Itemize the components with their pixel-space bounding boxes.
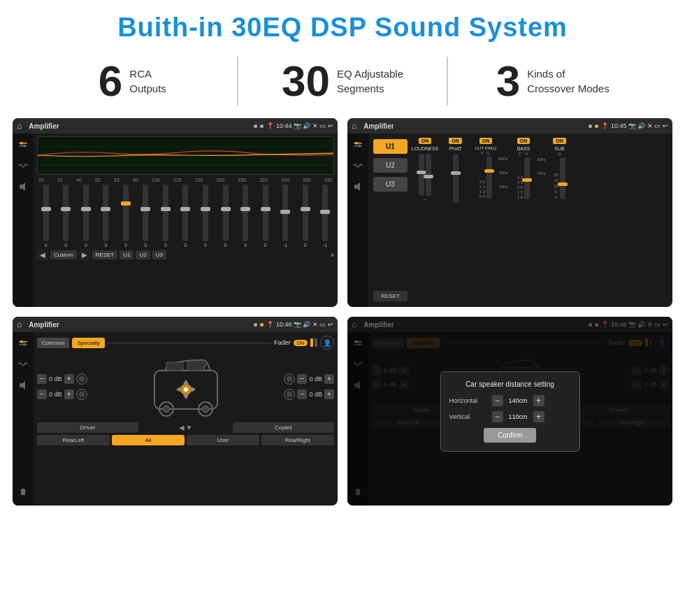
vol-minus-tr[interactable]: − — [297, 374, 307, 384]
sub-on-badge[interactable]: ON — [553, 138, 566, 144]
modal-confirm-button[interactable]: Confirm — [484, 428, 536, 443]
cross-reset-btn[interactable]: RESET — [373, 291, 408, 301]
bass-on-badge[interactable]: ON — [517, 138, 531, 144]
fader-icon-speaker[interactable] — [16, 380, 30, 391]
eq-status-dot2 — [260, 124, 264, 128]
eq-u3-btn[interactable]: U3 — [152, 250, 166, 259]
eq-play-btn[interactable]: ▶ — [79, 250, 90, 260]
vol-minus-bl[interactable]: − — [37, 389, 47, 399]
cutfreq-control: ON CUT FREQ FG 3.0 2.1 1.3 0.5 — [472, 138, 500, 199]
u1-btn[interactable]: U1 — [373, 139, 408, 154]
vol-plus-tr[interactable]: + — [324, 374, 334, 384]
eq-slider-10[interactable]: 0 — [236, 185, 254, 248]
all-btn[interactable]: All — [112, 435, 185, 445]
common-tab[interactable]: Common — [37, 338, 69, 348]
phat-label: PHAT — [449, 146, 461, 151]
rearleft-btn[interactable]: RearLeft — [37, 435, 110, 445]
svg-marker-21 — [22, 381, 25, 389]
cross-icon-wave[interactable] — [351, 160, 365, 171]
modal-vertical-row: Vertical − 110cm + — [449, 411, 571, 422]
eq-slider-6[interactable]: 0 — [157, 185, 175, 248]
eq-slider-13[interactable]: 0 — [296, 185, 315, 248]
driver-btn[interactable]: Driver — [37, 422, 138, 433]
vol-val-tr: 0 dB — [309, 375, 322, 382]
fader-icon-tune[interactable] — [16, 338, 30, 349]
eq-more-btn[interactable]: » — [330, 251, 334, 259]
eq-reset-btn[interactable]: RESET — [92, 250, 118, 259]
phat-on-badge[interactable]: ON — [449, 138, 462, 144]
stat-crossover: 3 Kinds ofCrossover Modes — [462, 59, 643, 103]
eq-slider-14[interactable]: -1 — [316, 185, 334, 248]
vol-row-br: − 0 dB + — [284, 389, 334, 400]
modal-vertical-minus[interactable]: − — [492, 411, 503, 422]
cross-icon-tune[interactable] — [351, 139, 365, 150]
eq-prev-btn[interactable]: ◀ — [37, 250, 48, 260]
fader-on-toggle[interactable]: ON — [294, 340, 308, 346]
vol-plus-bl[interactable]: + — [64, 389, 74, 399]
vol-minus-br[interactable]: − — [297, 389, 307, 399]
eq-slider-7[interactable]: 0 — [177, 185, 195, 248]
fader-icon-expand[interactable] — [16, 486, 30, 497]
vol-plus-br[interactable]: + — [324, 389, 334, 399]
loudness-control: ON LOUDNESS ~ — [411, 138, 439, 202]
home-icon-eq[interactable]: ⌂ — [17, 121, 22, 131]
vol-row-bl: − 0 dB + — [37, 389, 87, 400]
home-icon-fader[interactable]: ⌂ — [17, 320, 22, 329]
eq-slider-4[interactable]: 5 — [117, 185, 135, 248]
eq-slider-9[interactable]: 0 — [217, 185, 235, 248]
stat-eq: 30 EQ AdjustableSegments — [252, 59, 433, 103]
modal-horizontal-minus[interactable]: − — [492, 395, 503, 406]
cross-icon-speaker[interactable] — [351, 181, 365, 192]
cutfreq-on-badge[interactable]: ON — [480, 138, 493, 144]
stats-row: 6 RCAOutputs 30 EQ AdjustableSegments 3 … — [0, 51, 685, 118]
eq-slider-2[interactable]: 0 — [77, 185, 95, 248]
fader-icon-wave[interactable] — [16, 359, 30, 370]
eq-u1-btn[interactable]: U1 — [120, 250, 134, 259]
copilot-btn[interactable]: Copilot — [233, 422, 334, 433]
bass-control: ON BASS FG 3.02.52.01.51.0 — [510, 138, 538, 199]
vol-val-tl: 0 dB — [49, 375, 62, 382]
fader-bottom-row2: RearLeft All User RearRight — [37, 435, 334, 445]
speaker-distance-screen: ⌂ Amplifier 📍 10:46 📷 🔊 ✕ ▭ ↩ — [347, 317, 672, 506]
stat-text-crossover: Kinds ofCrossover Modes — [527, 66, 610, 96]
loudness-on-badge[interactable]: ON — [419, 138, 432, 144]
svg-marker-35 — [192, 387, 196, 392]
u2-btn[interactable]: U2 — [373, 158, 408, 173]
eq-icon-tune[interactable] — [16, 139, 30, 150]
vol-row-tr: − 0 dB + — [284, 373, 334, 385]
user-btn[interactable]: User — [187, 435, 259, 445]
eq-u2-btn[interactable]: U2 — [136, 250, 150, 259]
fader-tab-row: Common Specialty Fader ON 👤 — [37, 336, 334, 350]
eq-slider-5[interactable]: 0 — [137, 185, 155, 248]
status-bar-fader: ⌂ Amplifier 📍 10:46 📷 🔊 ✕ ▭ ↩ — [13, 317, 338, 332]
eq-icon-speaker[interactable] — [16, 181, 30, 192]
speaker-layout: − 0 dB + − 0 dB + — [37, 353, 334, 420]
eq-icon-wave[interactable] — [16, 160, 30, 171]
eq-slider-1[interactable]: 0 — [57, 185, 75, 248]
arrow-left[interactable]: ◀ — [179, 424, 185, 431]
eq-left-icons — [13, 134, 34, 307]
fader-status-icons: 📍 10:46 📷 🔊 ✕ ▭ ↩ — [266, 321, 333, 328]
home-icon-cross[interactable]: ⌂ — [352, 121, 356, 131]
rearright-btn[interactable]: RearRight — [261, 435, 334, 445]
eq-slider-0[interactable]: 0 — [37, 185, 55, 248]
vol-plus-tl[interactable]: + — [64, 374, 74, 384]
modal-vertical-plus[interactable]: + — [533, 411, 545, 422]
eq-slider-11[interactable]: 0 — [257, 185, 275, 248]
svg-point-13 — [358, 145, 361, 148]
fader-screen: ⌂ Amplifier 📍 10:46 📷 🔊 ✕ ▭ ↩ — [13, 317, 338, 506]
page-title: Buith-in 30EQ DSP Sound System — [0, 0, 685, 51]
eq-slider-8[interactable]: 0 — [196, 185, 215, 248]
specialty-tab[interactable]: Specialty — [72, 338, 104, 348]
eq-freq-labels: 253240506380100125160200250320400500630 — [37, 178, 334, 182]
modal-horizontal-plus[interactable]: + — [533, 395, 545, 406]
u3-btn[interactable]: U3 — [373, 177, 408, 192]
vol-minus-tl[interactable]: − — [37, 374, 47, 384]
eq-slider-12[interactable]: -1 — [276, 185, 294, 248]
eq-slider-3[interactable]: 0 — [97, 185, 115, 248]
eq-body: 253240506380100125160200250320400500630 … — [13, 134, 338, 307]
arrow-down[interactable]: ▼ — [186, 424, 193, 431]
right-volumes: − 0 dB + − 0 dB + — [284, 373, 334, 400]
eq-sliders: 0 0 0 0 5 0 0 0 0 0 0 0 -1 0 -1 — [37, 185, 334, 248]
stat-divider-1 — [237, 57, 238, 106]
